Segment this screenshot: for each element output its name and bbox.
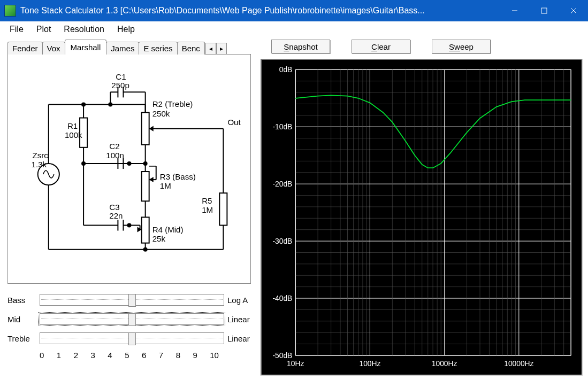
slider-treble-row: Treble Linear	[7, 330, 251, 346]
menu-plot[interactable]: Plot	[30, 22, 58, 36]
tab-marshall[interactable]: Marshall	[65, 40, 107, 55]
slider-bass-thumb[interactable]	[128, 294, 136, 307]
tick-6: 6	[142, 351, 146, 360]
tab-eseries[interactable]: E series	[139, 42, 177, 55]
clear-button[interactable]: Clear	[352, 40, 410, 53]
tab-james[interactable]: James	[106, 42, 139, 55]
close-button[interactable]	[559, 0, 588, 21]
svg-text:100Hz: 100Hz	[359, 359, 380, 368]
slider-mid-law: Linear	[224, 315, 251, 324]
sliders-area: Bass Log A Mid Linear Treble Linear 0 1 …	[7, 292, 251, 360]
label-zsrc: Zsrc	[33, 151, 49, 160]
value-c1: 250p	[111, 81, 129, 90]
tabstrip: Fender Vox Marshall James E series Benc …	[7, 40, 251, 55]
tab-vox[interactable]: Vox	[42, 42, 65, 55]
svg-text:-40dB: -40dB	[272, 294, 292, 303]
label-r1: R1	[67, 121, 78, 130]
svg-text:10000Hz: 10000Hz	[504, 359, 533, 368]
slider-bass[interactable]	[40, 294, 224, 306]
window-buttons	[500, 0, 588, 21]
tick-0: 0	[40, 351, 44, 360]
tick-1: 1	[57, 351, 61, 360]
sweep-button[interactable]: Sweep	[432, 40, 491, 53]
tabs-scroll-right[interactable]: ▸	[216, 43, 227, 55]
svg-text:0dB: 0dB	[279, 65, 293, 74]
value-zsrc: 1.3k	[32, 160, 47, 169]
tick-5: 5	[125, 351, 129, 360]
svg-text:-50dB: -50dB	[272, 351, 292, 360]
svg-rect-1	[541, 8, 547, 13]
svg-text:-10dB: -10dB	[272, 122, 292, 131]
svg-rect-51	[142, 217, 149, 243]
maximize-button[interactable]	[529, 0, 559, 21]
menu-help[interactable]: Help	[111, 22, 141, 36]
value-r3: 1M	[160, 181, 171, 190]
plot-buttons: Snapshot Clear Sweep	[261, 40, 583, 55]
slider-mid[interactable]	[40, 313, 224, 325]
label-c1: C1	[116, 72, 126, 81]
value-r1: 100k	[65, 130, 82, 139]
slider-ticks: 0 1 2 3 4 5 6 7 8 9 10	[7, 350, 251, 360]
svg-text:10Hz: 10Hz	[287, 359, 304, 368]
svg-text:1000Hz: 1000Hz	[432, 359, 457, 368]
svg-rect-36	[142, 172, 149, 201]
value-c2: 100n	[106, 151, 124, 160]
tick-4: 4	[108, 351, 112, 360]
schematic-panel: Zsrc 1.3k R1 100k C1 250p C2 100n C3 22n…	[7, 54, 251, 284]
slider-treble[interactable]	[40, 332, 224, 344]
label-r5: R5	[202, 196, 212, 205]
slider-mid-row: Mid Linear	[7, 311, 251, 327]
app-icon	[4, 5, 16, 17]
slider-bass-law: Log A	[224, 296, 251, 305]
svg-rect-26	[219, 193, 227, 225]
snapshot-button[interactable]: Snapshot	[271, 40, 330, 53]
slider-mid-thumb[interactable]	[128, 313, 136, 326]
value-r4: 25k	[152, 234, 166, 243]
menu-file[interactable]: File	[3, 22, 30, 36]
label-r3: R3 (Bass)	[160, 172, 196, 181]
left-pane: Fender Vox Marshall James E series Benc …	[7, 40, 251, 376]
window-title: Tone Stack Calculator 1.3 [C:\Users\Rob\…	[20, 6, 500, 15]
titlebar: Tone Stack Calculator 1.3 [C:\Users\Rob\…	[0, 0, 588, 21]
slider-treble-thumb[interactable]	[128, 332, 136, 345]
schematic-svg: Zsrc 1.3k R1 100k C1 250p C2 100n C3 22n…	[12, 59, 246, 279]
svg-marker-39	[149, 177, 154, 182]
svg-rect-20	[142, 112, 149, 144]
response-plot[interactable]: 0dB-10dB-20dB-30dB-40dB-50dB10Hz100Hz100…	[265, 63, 576, 371]
menu-resolution[interactable]: Resolution	[57, 22, 111, 36]
label-c2: C2	[109, 142, 119, 151]
svg-point-50	[127, 223, 131, 227]
value-r5: 1M	[202, 205, 213, 214]
minimize-button[interactable]	[500, 0, 529, 21]
tab-fender[interactable]: Fender	[7, 42, 43, 55]
label-out: Out	[227, 118, 241, 127]
slider-bass-label: Bass	[7, 296, 40, 305]
svg-marker-23	[149, 126, 154, 131]
slider-treble-law: Linear	[224, 334, 251, 343]
tab-bench[interactable]: Benc	[177, 42, 205, 55]
label-c3: C3	[109, 203, 119, 212]
label-r2: R2 (Treble)	[152, 99, 193, 108]
tick-8: 8	[176, 351, 180, 360]
tick-9: 9	[193, 351, 197, 360]
menubar: File Plot Resolution Help	[0, 21, 588, 37]
label-r4: R4 (Mid)	[152, 225, 184, 234]
svg-point-54	[144, 248, 147, 251]
value-r2: 250k	[152, 109, 170, 118]
svg-rect-56	[295, 69, 571, 355]
tick-7: 7	[159, 351, 163, 360]
slider-treble-label: Treble	[7, 334, 40, 343]
tabs-scroll-left[interactable]: ◂	[205, 43, 216, 55]
svg-text:-30dB: -30dB	[272, 237, 292, 245]
tick-10: 10	[210, 351, 219, 360]
tick-2: 2	[74, 351, 78, 360]
right-pane: Snapshot Clear Sweep 0dB-10dB-20dB-30dB-…	[261, 40, 583, 376]
svg-text:-20dB: -20dB	[272, 180, 292, 188]
value-c3: 22n	[109, 211, 123, 220]
tick-3: 3	[90, 351, 95, 360]
slider-bass-row: Bass Log A	[7, 292, 251, 308]
plot-frame: 0dB-10dB-20dB-30dB-40dB-50dB10Hz100Hz100…	[261, 59, 583, 376]
slider-mid-label: Mid	[7, 315, 40, 324]
